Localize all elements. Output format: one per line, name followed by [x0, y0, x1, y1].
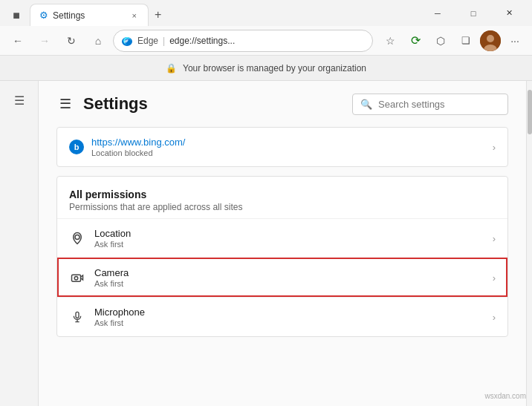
info-bar-message: Your browser is managed by your organiza…	[183, 63, 366, 73]
tab-bar: ■ ⚙ Settings × +	[6, 0, 167, 26]
location-status: Ask first	[94, 240, 484, 249]
scrollbar[interactable]	[526, 81, 532, 406]
camera-icon	[69, 269, 85, 286]
profile-avatar[interactable]	[480, 30, 501, 51]
sidebar-toggle[interactable]: ■	[6, 5, 27, 26]
favorites-button[interactable]: ☆	[379, 30, 401, 52]
watermark: wsxdan.com	[484, 392, 526, 400]
close-window-button[interactable]: ✕	[492, 1, 526, 25]
svg-rect-7	[72, 275, 81, 281]
bing-chevron: ›	[493, 142, 496, 153]
microphone-info: Microphone Ask first	[94, 307, 484, 327]
address-divider: |	[163, 36, 165, 46]
microphone-chevron: ›	[493, 312, 496, 323]
nav-edge-label: Edge	[137, 36, 158, 46]
forward-button[interactable]: →	[33, 29, 56, 53]
bing-status: Location blocked	[91, 148, 485, 157]
bing-url: https://www.bing.com/	[91, 137, 485, 148]
info-bar: 🔒 Your browser is managed by your organi…	[0, 56, 532, 81]
search-input[interactable]	[378, 99, 497, 110]
settings-page: ☰ Settings 🔍 b https://www.bing.com/ Loc…	[39, 81, 526, 406]
microphone-status: Ask first	[94, 318, 484, 327]
permission-camera[interactable]: Camera Ask first ›	[57, 258, 507, 297]
location-info: Location Ask first	[94, 228, 484, 249]
maximize-button[interactable]: □	[456, 1, 490, 25]
search-box[interactable]: 🔍	[352, 94, 508, 115]
camera-name: Camera	[94, 267, 484, 278]
window-controls: ─ □ ✕	[421, 1, 526, 25]
info-bar-icon: 🔒	[166, 63, 177, 73]
nav-icons: ☆ ⟳ ⬡ ❏ ···	[379, 30, 526, 52]
bing-logo: b	[69, 140, 84, 154]
address-bar[interactable]: Edge | edge://settings...	[113, 30, 373, 52]
main-content: ☰ ☰ Settings 🔍 b https://www.bing.com/ L…	[0, 81, 532, 406]
home-button[interactable]: ⌂	[86, 29, 110, 53]
scrollbar-thumb[interactable]	[528, 90, 532, 134]
camera-chevron: ›	[493, 272, 496, 284]
refresh-button[interactable]: ↻	[59, 29, 83, 53]
edge-logo-icon	[121, 35, 133, 47]
search-icon: 🔍	[360, 99, 372, 110]
location-chevron: ›	[493, 233, 496, 244]
sidebar-menu-icon[interactable]: ☰	[6, 87, 33, 114]
settings-content: b https://www.bing.com/ Location blocked…	[39, 127, 526, 349]
back-button[interactable]: ←	[6, 29, 30, 53]
profile-sync-button[interactable]: ⟳	[404, 30, 426, 52]
tab-settings-label: Settings	[53, 10, 85, 21]
permissions-header: All permissions Permissions that are app…	[57, 177, 507, 218]
settings-menu-icon[interactable]: ☰	[56, 93, 74, 115]
close-tab-button[interactable]: ×	[130, 10, 139, 21]
more-options-button[interactable]: ···	[504, 30, 526, 52]
svg-point-6	[75, 235, 80, 240]
title-bar: ■ ⚙ Settings × + ─ □ ✕	[0, 0, 532, 26]
permissions-subtitle: Permissions that are applied across all …	[69, 202, 496, 212]
permission-location[interactable]: Location Ask first ›	[57, 218, 507, 258]
camera-status: Ask first	[94, 279, 484, 288]
settings-header: ☰ Settings 🔍	[39, 81, 526, 127]
collections-button[interactable]: ❏	[455, 30, 477, 52]
sidebar: ☰	[0, 81, 39, 406]
address-url: edge://settings...	[169, 36, 235, 46]
bing-info: https://www.bing.com/ Location blocked	[91, 137, 485, 157]
permissions-section: All permissions Permissions that are app…	[56, 176, 508, 337]
nav-bar: ← → ↻ ⌂ Edge | edge://settings... ☆ ⟳ ⬡ …	[0, 26, 532, 56]
extensions-button[interactable]: ⬡	[429, 30, 452, 52]
new-tab-button[interactable]: +	[149, 4, 167, 26]
svg-rect-9	[76, 312, 79, 318]
bing-card[interactable]: b https://www.bing.com/ Location blocked…	[56, 127, 508, 167]
permission-microphone[interactable]: Microphone Ask first ›	[57, 297, 507, 336]
camera-info: Camera Ask first	[94, 267, 484, 288]
svg-point-4	[487, 35, 494, 42]
settings-tab[interactable]: ⚙ Settings ×	[30, 4, 149, 26]
minimize-button[interactable]: ─	[421, 1, 455, 25]
location-icon	[69, 230, 85, 246]
microphone-name: Microphone	[94, 307, 484, 318]
location-name: Location	[94, 228, 484, 239]
svg-point-8	[74, 277, 78, 281]
microphone-icon	[69, 309, 85, 325]
tab-settings-icon: ⚙	[39, 10, 48, 21]
permissions-title: All permissions	[69, 189, 496, 200]
settings-title: Settings	[83, 94, 343, 114]
